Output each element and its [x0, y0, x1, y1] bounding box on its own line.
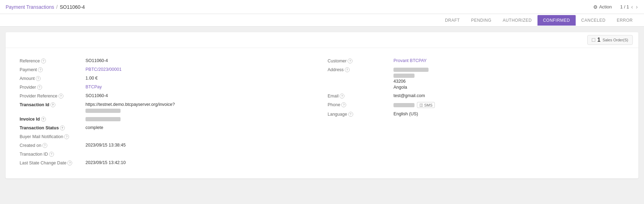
provider-help-icon[interactable]: ? [37, 85, 42, 90]
buyer-mail-label: Buyer Mail Notification ? [20, 134, 83, 139]
top-bar: Payment Transactions / SO11060-4 ⚙ Actio… [0, 0, 644, 14]
amount-value: 1.00 € [85, 76, 316, 81]
sales-order-label: Sales Order(S) [603, 38, 628, 42]
address-value: 43206 Angola [393, 67, 624, 90]
address-line1-blurred [393, 68, 429, 72]
form-right: Customer ? Provant BTCPAY Address ? 4 [322, 54, 630, 170]
transaction-id2-row: Transaction ID ? [20, 150, 316, 158]
tab-error[interactable]: ERROR [611, 15, 638, 26]
payment-help-icon[interactable]: ? [38, 67, 43, 72]
language-help-icon[interactable]: ? [348, 112, 353, 117]
main-card: □ 1 Sales Order(S) Reference ? SO11060-4 [6, 32, 638, 178]
sms-icon: ◫ [419, 103, 423, 107]
breadcrumb-link[interactable]: Payment Transactions [6, 4, 54, 10]
transaction-status-label: Transaction Status ? [20, 125, 83, 130]
payment-value[interactable]: PBTC/2023/00001 [85, 67, 316, 72]
email-value: test@gmail.com [393, 93, 624, 98]
invoice-id-row: Invoice Id ? [20, 115, 316, 123]
address-country: Angola [393, 85, 624, 90]
phone-value: ◫ SMS [393, 102, 624, 108]
transaction-id-label: Transaction Id ? [20, 102, 83, 107]
payment-label: Payment ? [20, 67, 83, 72]
transaction-status-value: complete [85, 125, 316, 130]
customer-help-icon[interactable]: ? [348, 59, 352, 63]
payment-row: Payment ? PBTC/2023/00001 [20, 65, 316, 74]
created-on-row: Created on ? 2023/09/15 13:38:45 [20, 141, 316, 150]
address-help-icon[interactable]: ? [345, 67, 350, 72]
sales-order-icon: □ [592, 37, 595, 43]
phone-label: Phone ? [328, 102, 391, 107]
provider-ref-row: Provider Reference ? SO11060-4 [20, 91, 316, 100]
breadcrumb-current: SO11060-4 [60, 4, 85, 10]
phone-row: Phone ? ◫ SMS [328, 100, 624, 110]
content-area: □ 1 Sales Order(S) Reference ? SO11060-4 [0, 27, 644, 184]
address-row: Address ? 43206 Angola [328, 65, 624, 91]
form-left: Reference ? SO11060-4 Payment ? PBTC/202… [14, 54, 322, 170]
transaction-id-link[interactable]: https://testnet.demo.btcpayserver.org/in… [85, 102, 175, 107]
prev-page-button[interactable]: ‹ [630, 4, 633, 10]
sales-orders-smart-button[interactable]: □ 1 Sales Order(S) [587, 35, 633, 45]
email-row: Email ? test@gmail.com [328, 91, 624, 100]
tab-canceled[interactable]: CANCELED [576, 15, 611, 26]
transaction-id-value: https://testnet.demo.btcpayserver.org/in… [85, 102, 316, 113]
language-row: Language ? English (US) [328, 110, 624, 118]
last-state-label: Last State Change Date ? [20, 160, 83, 165]
sales-order-count: 1 [597, 37, 601, 43]
provider-value[interactable]: BTCPay [85, 84, 316, 89]
transaction-id2-help-icon[interactable]: ? [49, 152, 54, 157]
customer-value[interactable]: Provant BTCPAY [393, 58, 624, 63]
tab-confirmed[interactable]: CONFIRMED [537, 15, 576, 26]
tab-authorized[interactable]: AUTHORIZED [497, 15, 537, 26]
tab-draft[interactable]: DRAFT [439, 15, 466, 26]
invoice-id-help-icon[interactable]: ? [41, 117, 46, 122]
reference-value: SO11060-4 [85, 58, 316, 63]
provider-ref-value: SO11060-4 [85, 93, 316, 98]
breadcrumb: Payment Transactions / SO11060-4 [6, 4, 85, 10]
buyer-mail-row: Buyer Mail Notification ? [20, 132, 316, 141]
tab-pending[interactable]: PENDING [465, 15, 497, 26]
action-label: Action [599, 4, 612, 9]
transaction-id-row: Transaction Id ? https://testnet.demo.bt… [20, 100, 316, 115]
provider-row: Provider ? BTCPay [20, 83, 316, 91]
amount-row: Amount ? 1.00 € [20, 74, 316, 83]
created-on-label: Created on ? [20, 143, 83, 148]
invoice-id-value [85, 116, 316, 121]
provider-ref-help-icon[interactable]: ? [59, 94, 63, 98]
customer-label: Customer ? [328, 58, 391, 63]
created-on-value: 2023/09/15 13:38:45 [85, 143, 316, 148]
transaction-id-help-icon[interactable]: ? [50, 102, 55, 107]
invoice-id-label: Invoice Id ? [20, 116, 83, 122]
sms-button[interactable]: ◫ SMS [417, 102, 435, 108]
provider-label: Provider ? [20, 84, 83, 90]
next-page-button[interactable]: › [635, 4, 638, 10]
breadcrumb-separator: / [56, 4, 58, 10]
reference-row: Reference ? SO11060-4 [20, 56, 316, 65]
status-tabs: DRAFT PENDING AUTHORIZED CONFIRMED CANCE… [0, 14, 644, 27]
provider-ref-label: Provider Reference ? [20, 93, 83, 98]
address-zip: 43206 [393, 79, 624, 84]
email-help-icon[interactable]: ? [340, 94, 344, 98]
buyer-mail-help-icon[interactable]: ? [64, 134, 69, 139]
reference-label: Reference ? [20, 58, 83, 63]
amount-help-icon[interactable]: ? [36, 76, 41, 81]
last-state-row: Last State Change Date ? 2023/09/15 13:4… [20, 158, 316, 167]
phone-help-icon[interactable]: ? [341, 102, 346, 107]
language-value: English (US) [393, 111, 624, 116]
action-button[interactable]: ⚙ Action [590, 3, 615, 11]
last-state-help-icon[interactable]: ? [67, 161, 72, 165]
address-label: Address ? [328, 67, 391, 72]
customer-row: Customer ? Provant BTCPAY [328, 56, 624, 65]
last-state-value: 2023/09/15 13:42:10 [85, 160, 316, 165]
top-right-controls: ⚙ Action 1 / 1 ‹ › [590, 3, 638, 11]
transaction-status-help-icon[interactable]: ? [60, 125, 65, 130]
gear-icon: ⚙ [593, 4, 598, 10]
address-line2-blurred [393, 74, 415, 78]
reference-help-icon[interactable]: ? [41, 59, 46, 63]
smart-button-bar: □ 1 Sales Order(S) [6, 32, 638, 48]
pagination: 1 / 1 ‹ › [620, 4, 638, 10]
created-on-help-icon[interactable]: ? [42, 143, 47, 148]
invoice-id-blurred [85, 117, 121, 121]
phone-blurred [393, 103, 415, 107]
transaction-status-row: Transaction Status ? complete [20, 123, 316, 132]
amount-label: Amount ? [20, 76, 83, 81]
